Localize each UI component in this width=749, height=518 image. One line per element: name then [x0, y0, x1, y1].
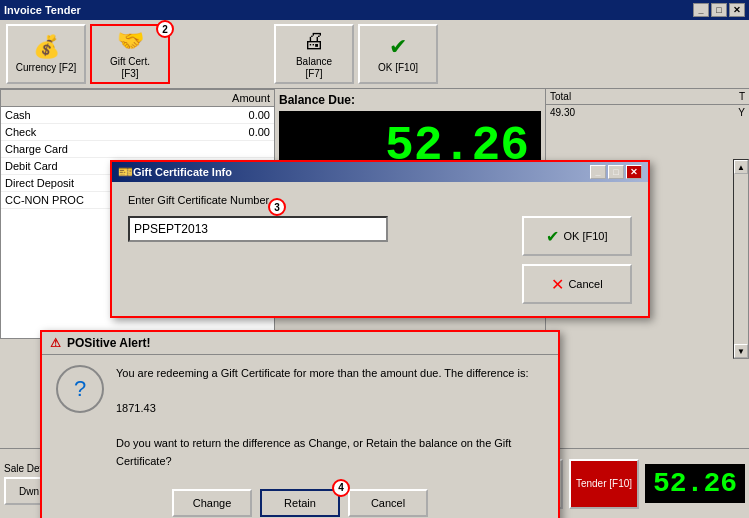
alert-dialog: ⚠ POSitive Alert! ? You are redeeming a … [40, 330, 560, 518]
dialog-ok-button[interactable]: ✔ OK [F10] [522, 216, 632, 256]
ok-label: OK [F10] [378, 62, 418, 74]
currency-button[interactable]: 💰 Currency [F2] [6, 24, 86, 84]
alert-title-text: POSitive Alert! [67, 336, 151, 350]
dialog-buttons: ✔ OK [F10] ✕ Cancel [522, 216, 632, 304]
ok-checkmark-icon: ✔ [546, 227, 559, 246]
dialog-body: Enter Gift Certificate Number. 3 ✔ OK [F… [112, 182, 648, 316]
dialog-content: 3 ✔ OK [F10] ✕ Cancel [128, 216, 632, 304]
right-t: Y [738, 107, 745, 118]
window-title: Invoice Tender [4, 4, 81, 16]
alert-question-icon: ? [56, 365, 104, 413]
down-label: Dwn [19, 486, 39, 497]
scroll-down[interactable]: ▼ [734, 344, 748, 358]
dialog-minimize[interactable]: _ [590, 165, 606, 179]
giftcert-icon: 🤝 [117, 28, 144, 54]
giftcert-badge: 2 [156, 20, 174, 38]
change-button[interactable]: Change [172, 489, 252, 517]
dialog-close-btn[interactable]: ✕ [626, 165, 642, 179]
bottom-balance-display: 52.26 [645, 464, 745, 503]
balance-button[interactable]: 🖨 Balance[F7] [274, 24, 354, 84]
alert-body: ? You are redeeming a Gift Certificate f… [42, 355, 558, 481]
toolbar: 💰 Currency [F2] 2 🤝 Gift Cert.[F3] 🖨 Bal… [0, 20, 749, 89]
close-button[interactable]: ✕ [729, 3, 745, 17]
currency-label: Currency [F2] [16, 62, 77, 74]
maximize-button[interactable]: □ [711, 3, 727, 17]
dialog-cancel-label: Cancel [568, 278, 602, 290]
giftcert-label: Gift Cert.[F3] [110, 56, 150, 80]
balance-icon: 🖨 [303, 28, 325, 54]
currency-icon: 💰 [33, 34, 60, 60]
gift-cert-input[interactable] [128, 216, 388, 242]
tender-button[interactable]: Tender [F10] [569, 459, 639, 509]
main-window: 💰 Currency [F2] 2 🤝 Gift Cert.[F3] 🖨 Bal… [0, 20, 749, 518]
alert-warning-icon: ⚠ [50, 336, 61, 350]
scrollbar[interactable]: ▲ ▼ [733, 159, 749, 359]
table-row: Charge Card [1, 141, 274, 158]
change-label: Change [193, 497, 232, 509]
table-row: Cash 0.00 [1, 107, 274, 124]
tender-label: Tender [F10] [576, 478, 632, 489]
alert-msg-line2: Do you want to return the difference as … [116, 437, 511, 467]
ok-icon: ✔ [389, 34, 407, 60]
table-row: Check 0.00 [1, 124, 274, 141]
right-val: 49.30 [550, 107, 738, 118]
input-area: 3 [128, 216, 510, 242]
t-col: T [739, 91, 745, 102]
tender-label-header [5, 92, 200, 104]
balance-label: Balance[F7] [296, 56, 332, 80]
amount-header: Amount [200, 92, 270, 104]
dialog-prompt: Enter Gift Certificate Number. [128, 194, 632, 206]
dialog-cancel-button[interactable]: ✕ Cancel [522, 264, 632, 304]
window-controls: _ □ ✕ [693, 3, 745, 17]
retain-label: Retain [284, 497, 316, 509]
scroll-up[interactable]: ▲ [734, 160, 748, 174]
dialog-maximize[interactable]: □ [608, 165, 624, 179]
dialog-title-text: Gift Certificate Info [133, 166, 232, 178]
alert-message: You are redeeming a Gift Certificate for… [116, 365, 544, 471]
alert-msg-line1: You are redeeming a Gift Certificate for… [116, 367, 529, 379]
retain-button[interactable]: Retain [260, 489, 340, 517]
giftcert-button[interactable]: 2 🤝 Gift Cert.[F3] [90, 24, 170, 84]
ok-button[interactable]: ✔ OK [F10] [358, 24, 438, 84]
title-bar: Invoice Tender _ □ ✕ [0, 0, 749, 20]
dialog-title-icon: 🎫 [118, 165, 133, 179]
alert-buttons: Change Retain 4 Cancel [42, 481, 558, 518]
dialog-title: 🎫 Gift Certificate Info _ □ ✕ [112, 162, 648, 182]
badge-3: 3 [268, 198, 286, 216]
alert-cancel-button[interactable]: Cancel [348, 489, 428, 517]
alert-cancel-label: Cancel [371, 497, 405, 509]
badge-4: 4 [332, 479, 350, 497]
total-col: Total [550, 91, 739, 102]
balance-label: Balance Due: [279, 93, 541, 107]
minimize-button[interactable]: _ [693, 3, 709, 17]
right-header: Total T [546, 89, 749, 105]
alert-amount: 1871.43 [116, 402, 156, 414]
cancel-x-icon: ✕ [551, 275, 564, 294]
dialog-ok-label: OK [F10] [563, 230, 607, 242]
alert-title: ⚠ POSitive Alert! [42, 332, 558, 355]
gift-cert-dialog: 🎫 Gift Certificate Info _ □ ✕ Enter Gift… [110, 160, 650, 318]
scroll-track [734, 174, 748, 344]
right-row: 49.30 Y [546, 105, 749, 120]
retain-wrapper: Retain 4 [260, 489, 340, 517]
